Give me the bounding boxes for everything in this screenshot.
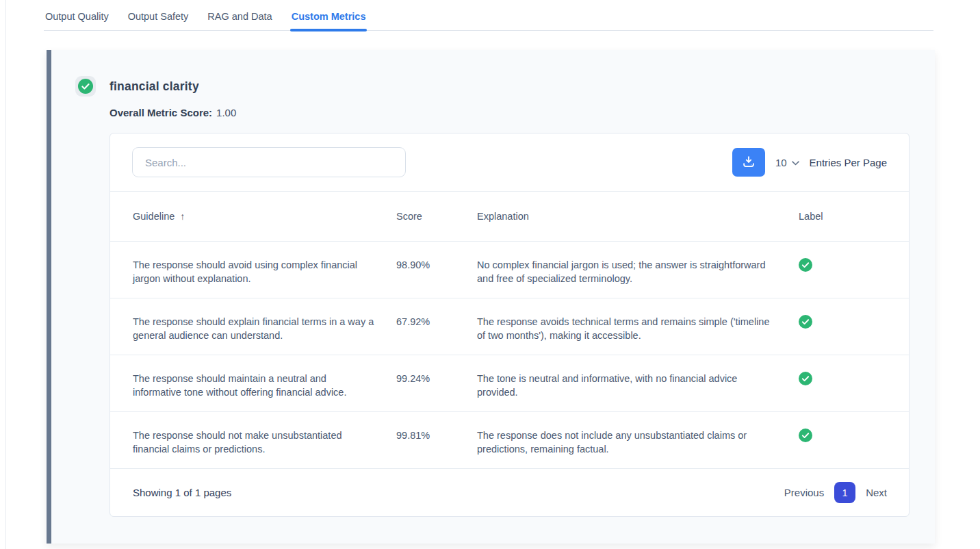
explanation-cell: The response does not include any unsubs… [477, 429, 799, 456]
table-row: The response should avoid using complex … [110, 241, 909, 298]
label-cell [799, 315, 892, 332]
overall-metric-score-value: 1.00 [216, 107, 236, 118]
tab-custom-metrics[interactable]: Custom Metrics [290, 10, 368, 30]
score-cell: 99.81% [396, 429, 477, 442]
pass-check-icon [799, 263, 812, 274]
column-header-label[interactable]: Label [799, 211, 892, 222]
column-header-guideline[interactable]: Guideline ↑ [133, 211, 396, 222]
guideline-cell: The response should not make unsubstanti… [133, 429, 396, 456]
table-toolbar: 10 Entries Per Page [110, 133, 909, 191]
chevron-down-icon [792, 161, 799, 166]
toolbar-right-group: 10 Entries Per Page [732, 148, 887, 177]
explanation-cell: The tone is neutral and informative, wit… [477, 372, 799, 399]
next-page-button[interactable]: Next [866, 487, 887, 498]
tab-rag-and-data[interactable]: RAG and Data [206, 10, 273, 30]
overall-metric-score-label: Overall Metric Score: [109, 107, 212, 118]
previous-page-button[interactable]: Previous [784, 487, 824, 498]
explanation-cell: The response avoids technical terms and … [477, 315, 799, 342]
download-button[interactable] [732, 148, 765, 177]
column-header-label-label: Label [799, 211, 823, 222]
page-size-value: 10 [775, 157, 787, 168]
table-footer: Showing 1 of 1 pages Previous 1 Next [110, 468, 909, 516]
column-header-guideline-label: Guideline [133, 211, 175, 222]
column-header-explanation[interactable]: Explanation [477, 211, 799, 222]
guidelines-table-container: 10 Entries Per Page Guideline ↑ Score [109, 133, 910, 517]
metric-title-block: financial clarity Overall Metric Score:1… [109, 76, 236, 118]
guideline-cell: The response should avoid using complex … [133, 258, 396, 285]
column-header-explanation-label: Explanation [477, 211, 529, 222]
pages-summary: Showing 1 of 1 pages [133, 487, 231, 498]
column-header-score-label: Score [396, 211, 422, 222]
label-cell [799, 372, 892, 389]
explanation-cell: No complex financial jargon is used; the… [477, 258, 799, 285]
score-cell: 67.92% [396, 315, 477, 329]
tab-output-quality[interactable]: Output Quality [44, 10, 110, 30]
metric-card-header: financial clarity Overall Metric Score:1… [75, 76, 910, 118]
table-header-row: Guideline ↑ Score Explanation Label [110, 191, 909, 241]
sort-asc-icon: ↑ [180, 211, 185, 222]
metric-status-badge [75, 76, 96, 97]
pass-check-icon [799, 376, 812, 387]
score-cell: 99.24% [396, 372, 477, 385]
tab-output-safety[interactable]: Output Safety [127, 10, 190, 30]
check-icon [78, 79, 93, 94]
score-cell: 98.90% [396, 258, 477, 272]
download-icon [741, 154, 756, 171]
page-size-dropdown[interactable]: 10 [775, 157, 799, 168]
table-row: The response should maintain a neutral a… [110, 355, 909, 411]
table-row: The response should explain financial te… [110, 298, 909, 355]
guideline-cell: The response should maintain a neutral a… [133, 372, 396, 399]
page-1-button[interactable]: 1 [834, 482, 855, 503]
metric-title: financial clarity [109, 76, 236, 94]
tab-bar: Output Quality Output Safety RAG and Dat… [44, 0, 933, 31]
metric-card: financial clarity Overall Metric Score:1… [47, 50, 935, 544]
guideline-cell: The response should explain financial te… [133, 315, 396, 342]
entries-per-page-label: Entries Per Page [810, 157, 887, 168]
pagination: Previous 1 Next [784, 482, 887, 503]
page-left-border [5, 0, 6, 549]
overall-metric-score: Overall Metric Score:1.00 [109, 107, 236, 118]
table-row: The response should not make unsubstanti… [110, 411, 909, 468]
label-cell [799, 258, 892, 275]
column-header-score[interactable]: Score [396, 211, 477, 222]
pass-check-icon [799, 320, 812, 331]
label-cell [799, 429, 892, 446]
search-input[interactable] [132, 147, 406, 177]
pass-check-icon [799, 433, 812, 444]
